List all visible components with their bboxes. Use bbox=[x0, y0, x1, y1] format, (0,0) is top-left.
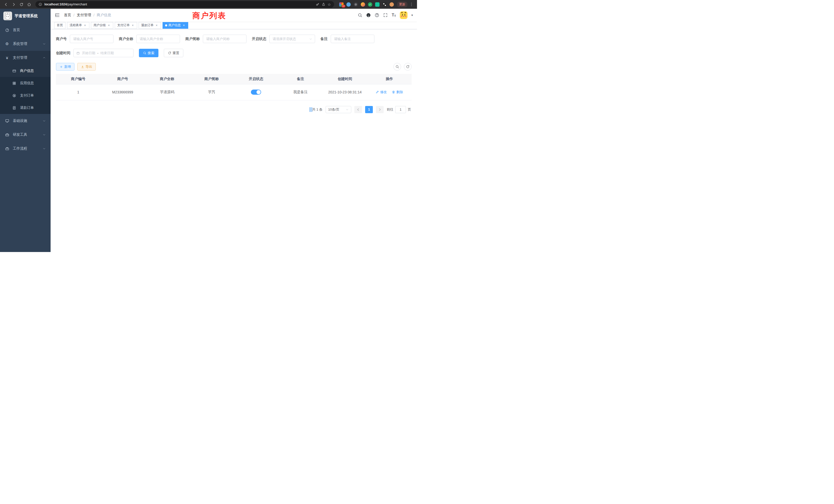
site-info-icon[interactable] bbox=[39, 3, 42, 6]
sidebar-item-label: 研发工具 bbox=[13, 132, 27, 137]
filter-row-2: 创建时间 开始日期 - 结束日期 搜索 重置 bbox=[56, 49, 412, 57]
selection-artifact bbox=[309, 107, 312, 112]
app-title: 芋道管理系统 bbox=[15, 14, 38, 19]
delete-link[interactable]: 删除 bbox=[392, 90, 403, 94]
cell-short-name: 芋艿 bbox=[189, 84, 234, 100]
table-toolbar: 新增 导出 bbox=[56, 63, 412, 71]
export-button[interactable]: 导出 bbox=[77, 63, 96, 71]
sidebar-item-app-info[interactable]: 应用信息 bbox=[0, 77, 50, 89]
home-button[interactable] bbox=[26, 1, 32, 8]
extension-icon[interactable]: 10 bbox=[339, 2, 344, 7]
grid-icon bbox=[12, 81, 17, 85]
show-search-button[interactable] bbox=[393, 63, 401, 71]
document-icon bbox=[12, 106, 17, 110]
date-end-placeholder: 结束日期 bbox=[101, 51, 114, 55]
close-icon[interactable]: × bbox=[155, 24, 158, 27]
url-path: /pay/merchant bbox=[67, 3, 87, 6]
chevron-down-icon bbox=[346, 108, 349, 111]
status-select[interactable]: 请选择开启状态 bbox=[269, 35, 315, 43]
page-size-select[interactable]: 10条/页 bbox=[326, 106, 351, 113]
tab-home[interactable]: 首页 bbox=[54, 22, 65, 29]
merchant-no-input[interactable] bbox=[70, 35, 113, 43]
reload-button[interactable] bbox=[18, 1, 25, 8]
short-name-input[interactable] bbox=[203, 35, 246, 43]
help-icon[interactable] bbox=[375, 13, 379, 18]
close-icon[interactable]: × bbox=[83, 24, 87, 27]
search-button[interactable]: 搜索 bbox=[139, 49, 158, 57]
sidebar-item-merchant-info[interactable]: 商户信息 bbox=[0, 65, 50, 77]
tab-merchant-info[interactable]: 商户信息× bbox=[162, 22, 188, 29]
filter-status: 开启状态 请选择开启状态 bbox=[252, 35, 315, 43]
sidebar-item-label: 支付订单 bbox=[20, 93, 34, 98]
navbar-actions: TT ▾ bbox=[358, 11, 413, 19]
github-icon[interactable] bbox=[366, 13, 371, 18]
hamburger-icon[interactable] bbox=[55, 13, 60, 18]
edit-link[interactable]: 修改 bbox=[376, 90, 387, 94]
app-logo[interactable]: 芋道管理系统 bbox=[0, 9, 50, 23]
sidebar-item-pay-order[interactable]: 支付订单 bbox=[0, 89, 50, 101]
extension-icon[interactable]: ✓ bbox=[368, 2, 372, 7]
reset-button[interactable]: 重置 bbox=[164, 49, 183, 57]
sidebar-item-pay[interactable]: ¥ 支付管理 bbox=[0, 51, 50, 65]
extension-icon[interactable] bbox=[354, 2, 358, 7]
bookmark-star-icon[interactable]: ☆ bbox=[328, 3, 331, 6]
browser-menu-icon[interactable]: ⋮ bbox=[409, 2, 414, 7]
sidebar-item-devtools[interactable]: 研发工具 bbox=[0, 128, 50, 142]
extension-icon[interactable] bbox=[390, 2, 394, 7]
avatar[interactable] bbox=[400, 11, 408, 19]
logo-image bbox=[3, 12, 12, 20]
extension-icon[interactable] bbox=[346, 2, 351, 7]
sidebar: 芋道管理系统 首页 ⚙ 系统管理 ¥ 支付管理 商户信息 bbox=[0, 9, 50, 252]
sidebar-item-label: 应用信息 bbox=[20, 81, 34, 86]
sidebar-item-workflow[interactable]: 工作流程 bbox=[0, 142, 50, 156]
goto-page-input[interactable] bbox=[395, 106, 406, 113]
prev-page-button[interactable] bbox=[354, 106, 362, 113]
tab-process-form[interactable]: 流程表单× bbox=[67, 22, 89, 29]
extension-badge: 10 bbox=[342, 5, 345, 8]
chevron-right-icon bbox=[378, 108, 381, 111]
refresh-table-button[interactable] bbox=[404, 63, 412, 71]
yen-icon: ¥ bbox=[5, 56, 9, 60]
tab-user-group[interactable]: 用户分组× bbox=[91, 22, 113, 29]
share-icon[interactable] bbox=[322, 3, 325, 6]
close-icon[interactable]: × bbox=[131, 24, 135, 27]
sidebar-item-system[interactable]: ⚙ 系统管理 bbox=[0, 37, 50, 51]
goto-label: 前往 bbox=[387, 107, 393, 112]
breadcrumb-pay[interactable]: 支付管理 bbox=[77, 13, 91, 18]
tab-pay-order[interactable]: 支付订单× bbox=[115, 22, 137, 29]
chevron-down-icon bbox=[43, 42, 46, 45]
sidebar-item-label: 支付管理 bbox=[13, 55, 27, 60]
cell-id: 1 bbox=[56, 84, 101, 100]
forward-button[interactable] bbox=[10, 1, 17, 8]
close-icon[interactable]: × bbox=[107, 24, 111, 27]
top-navbar: 首页 / 支付管理 / 商户信息 商户列表 TT ▾ bbox=[50, 9, 417, 22]
browser-update-button[interactable]: 更新 bbox=[397, 2, 408, 7]
pagination-total: 共 1 条 bbox=[312, 107, 323, 112]
close-icon[interactable]: × bbox=[182, 24, 185, 27]
password-key-icon[interactable] bbox=[316, 3, 320, 6]
next-page-button[interactable] bbox=[376, 106, 383, 113]
remark-input[interactable] bbox=[331, 35, 374, 43]
url-bar[interactable]: localhost:1024/pay/merchant ☆ bbox=[36, 1, 334, 8]
page-number-button[interactable]: 1 bbox=[365, 106, 373, 113]
sidebar-item-home[interactable]: 首页 bbox=[0, 23, 50, 37]
column-header: 商户全称 bbox=[145, 74, 189, 84]
date-range-picker[interactable]: 开始日期 - 结束日期 bbox=[73, 49, 133, 57]
avatar-caret-icon[interactable]: ▾ bbox=[411, 13, 413, 17]
breadcrumb-home[interactable]: 首页 bbox=[64, 13, 71, 18]
tab-refund-order[interactable]: 退款订单× bbox=[139, 22, 161, 29]
extension-icon[interactable] bbox=[382, 2, 387, 7]
fullscreen-icon[interactable] bbox=[383, 13, 388, 18]
back-button[interactable] bbox=[3, 1, 9, 8]
status-toggle[interactable] bbox=[251, 90, 261, 95]
extension-icon[interactable] bbox=[375, 2, 379, 7]
sidebar-item-infra[interactable]: 基础设施 bbox=[0, 114, 50, 128]
search-icon[interactable] bbox=[358, 13, 362, 18]
extension-icon[interactable] bbox=[361, 2, 365, 7]
add-button[interactable]: 新增 bbox=[56, 63, 74, 71]
full-name-input[interactable] bbox=[136, 35, 180, 43]
sidebar-item-refund-order[interactable]: 退款订单 bbox=[0, 101, 50, 114]
cell-remark: 我是备注 bbox=[278, 84, 323, 100]
filter-full-name: 商户全称 bbox=[119, 35, 180, 43]
font-size-icon[interactable]: TT bbox=[392, 13, 396, 18]
